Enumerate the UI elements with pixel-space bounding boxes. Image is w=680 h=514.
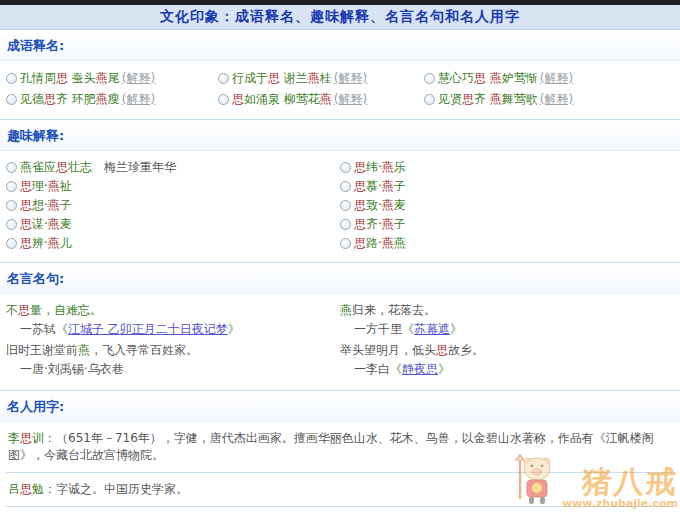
text-segment: 儿 — [60, 236, 72, 250]
famous-person-entry: 吕思勉：字诚之。中国历史学家。 — [6, 472, 674, 506]
radio-button[interactable] — [6, 219, 17, 230]
text-segment: 燕 — [48, 236, 60, 250]
text-segment: 思 — [20, 198, 32, 212]
explain-link[interactable]: (解释) — [540, 89, 573, 110]
radio-button[interactable] — [218, 94, 229, 105]
radio-button[interactable] — [424, 73, 435, 84]
radio-button[interactable] — [6, 200, 17, 211]
idiom-option: 思如涌泉 柳莺花燕 (解释) — [218, 89, 424, 110]
text-segment: ：字诚之。中国历史学家。 — [44, 482, 188, 496]
section-fun-body: 燕雀应思壮志 梅兰珍重年华 思理·燕祉 思想·燕子 思谋·燕麦 思辨·燕儿 — [0, 151, 680, 262]
text-segment: 思 — [20, 179, 32, 193]
radio-button[interactable] — [6, 238, 17, 249]
section-fun-interpretations: 趣味解释: 燕雀应思壮志 梅兰珍重年华 思理·燕祉 思想·燕子 思谋·燕麦 思辨… — [0, 120, 680, 263]
radio-button[interactable] — [340, 181, 351, 192]
quotes-column-2: 燕归来，花落去。 一方千里《苏幕遮》 举头望明月，低头思故乡。 一李白《静夜思》 — [340, 301, 674, 381]
radio-button[interactable] — [6, 94, 17, 105]
text-segment: 舞莺歌 — [502, 92, 538, 106]
explain-link[interactable]: (解释) — [334, 68, 367, 89]
text-segment: 燕 — [308, 71, 320, 85]
text-segment: 思 — [56, 160, 68, 174]
radio-button[interactable] — [340, 162, 351, 173]
fun-option: 思纬·燕乐 — [340, 158, 674, 177]
radio-button[interactable] — [218, 73, 229, 84]
explain-link[interactable]: (解释) — [122, 68, 155, 89]
text-segment: 一唐·刘禹锡·乌衣巷 — [20, 362, 124, 376]
idioms-column-3: 慧心巧思 燕妒莺惭 (解释) 见贤思齐 燕舞莺歌 (解释) — [424, 68, 674, 110]
explain-link[interactable]: (解释) — [334, 89, 367, 110]
fun-option: 思辨·燕儿 — [6, 234, 340, 253]
text-segment: 燕 — [490, 71, 502, 85]
text-segment: 子 — [394, 217, 406, 231]
idiom-option: 见德思齐 环肥燕瘦 (解释) — [6, 89, 218, 110]
section-famous-people: 名人用字: 李思训：（651年－716年），字健，唐代杰出画家。擅画华丽色山水、… — [0, 391, 680, 514]
text-segment: 孔情周 — [20, 71, 56, 85]
quote-attribution: 一李白《静夜思》 — [340, 360, 674, 381]
fun-text: 思纬·燕乐 — [354, 158, 406, 177]
fun-option: 思谋·燕麦 — [6, 215, 340, 234]
section-fun-header: 趣味解释: — [0, 120, 680, 151]
text-segment: 思 — [56, 71, 68, 85]
text-segment: 麦 — [60, 217, 72, 231]
text-segment: 辨 — [32, 236, 44, 250]
text-segment: 旧时王谢堂前 — [6, 343, 78, 357]
fun-text: 思想·燕子 — [20, 196, 72, 215]
text-segment: 举头望明月，低头 — [340, 343, 436, 357]
text-segment: 》 — [450, 322, 462, 336]
page-title: 文化印象：成语释名、趣味解释、名言名句和名人用字 — [160, 8, 520, 26]
fun-column-2: 思纬·燕乐 思慕·燕子 思致·燕麦 思齐·燕子 思路·燕燕 — [340, 158, 674, 253]
idiom-text: 行成于思 谢兰燕桂 — [232, 68, 332, 89]
text-segment: 思 — [462, 92, 474, 106]
idioms-column-1: 孔情周思 蚕头燕尾 (解释) 见德思齐 环肥燕瘦 (解释) — [6, 68, 218, 110]
text-segment: 思 — [354, 179, 366, 193]
text-segment: 路 — [366, 236, 378, 250]
radio-button[interactable] — [6, 181, 17, 192]
radio-button[interactable] — [424, 94, 435, 105]
radio-button[interactable] — [6, 73, 17, 84]
text-segment: 不 — [6, 303, 18, 317]
text-segment: 》 — [228, 322, 240, 336]
text-segment: 齐 — [366, 217, 378, 231]
quote-attribution: 一方千里《苏幕遮》 — [340, 320, 674, 341]
quote-link[interactable]: 江城子 乙卯正月二十日夜记梦 — [68, 322, 228, 336]
text-segment: 思 — [18, 303, 30, 317]
fun-option: 思理·燕祉 — [6, 177, 340, 196]
text-segment: 麦 — [394, 198, 406, 212]
radio-button[interactable] — [6, 162, 17, 173]
text-segment: ，飞入寻常百姓家。 — [90, 343, 198, 357]
text-segment: 燕 — [382, 198, 394, 212]
text-segment: 思 — [354, 236, 366, 250]
quote-text: 旧时王谢堂前燕，飞入寻常百姓家。 — [6, 341, 340, 360]
text-segment: 量，自难忘。 — [30, 303, 102, 317]
explain-link[interactable]: (解释) — [540, 68, 573, 89]
fun-text: 思致·燕麦 — [354, 196, 406, 215]
famous-person-entry: 李思训：（651年－716年），字健，唐代杰出画家。擅画华丽色山水、花木、鸟兽，… — [6, 422, 674, 472]
text-segment: 祉 — [60, 179, 72, 193]
radio-button[interactable] — [340, 219, 351, 230]
text-segment: 思 — [354, 160, 366, 174]
text-segment: 一李白 — [354, 362, 390, 376]
fun-column-1: 燕雀应思壮志 梅兰珍重年华 思理·燕祉 思想·燕子 思谋·燕麦 思辨·燕儿 — [6, 158, 340, 253]
page: { "colors": { "green": "#3a7d1e", "red":… — [0, 0, 680, 514]
text-segment: 思 — [354, 217, 366, 231]
text-segment: 勉 — [32, 482, 44, 496]
section-quotes: 名言名句: 不思量，自难忘。 一苏轼《江城子 乙卯正月二十日夜记梦》 旧时王谢堂… — [0, 263, 680, 391]
fun-option: 思致·燕麦 — [340, 196, 674, 215]
quotes-column-1: 不思量，自难忘。 一苏轼《江城子 乙卯正月二十日夜记梦》 旧时王谢堂前燕，飞入寻… — [6, 301, 340, 381]
text-segment: 李 — [8, 431, 20, 445]
fun-option: 思路·燕燕 — [340, 234, 674, 253]
fun-option: 燕雀应思壮志 梅兰珍重年华 — [6, 158, 340, 177]
text-segment: 乐 — [394, 160, 406, 174]
idiom-text: 孔情周思 蚕头燕尾 — [20, 68, 120, 89]
quote-link[interactable]: 静夜思 — [402, 362, 438, 376]
idiom-option: 慧心巧思 燕妒莺惭 (解释) — [424, 68, 674, 89]
text-segment: 燕雀应 — [20, 160, 56, 174]
quote-attribution: 一唐·刘禹锡·乌衣巷 — [6, 360, 340, 381]
quote-link[interactable]: 苏幕遮 — [414, 322, 450, 336]
explain-link[interactable]: (解释) — [122, 89, 155, 110]
radio-button[interactable] — [340, 238, 351, 249]
quote-attribution: 一苏轼《江城子 乙卯正月二十日夜记梦》 — [6, 320, 340, 341]
radio-button[interactable] — [340, 200, 351, 211]
idiom-text: 见贤思齐 燕舞莺歌 — [438, 89, 538, 110]
text-segment: 齐 环肥 — [56, 92, 96, 106]
